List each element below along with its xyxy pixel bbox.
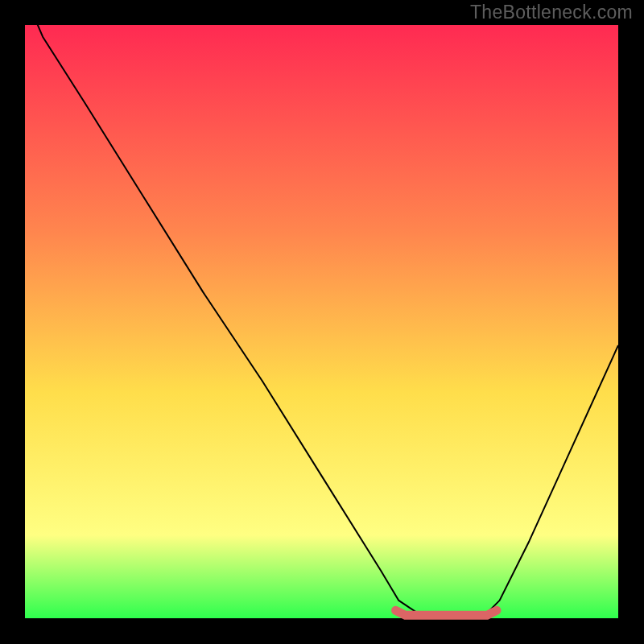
plot-background [25,25,618,618]
chart-container: TheBottleneck.com [0,0,644,644]
flat-region-marker [396,610,497,615]
bottleneck-chart [0,0,644,644]
